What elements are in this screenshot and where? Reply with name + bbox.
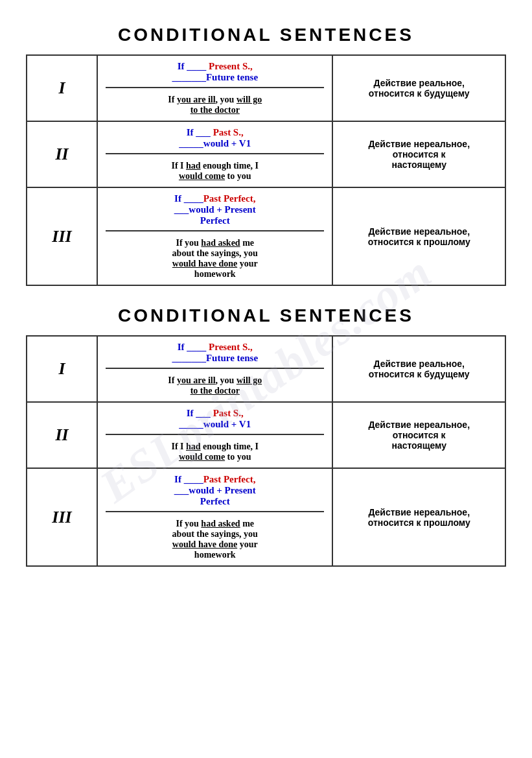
formula-top-3: If ____Past Perfect, ___would + PresentP… — [106, 193, 324, 231]
russian-6: Действие нереальное,относится к прошлому — [332, 468, 505, 566]
formula-result-2: _____would + V1 — [179, 138, 251, 148]
formula-result-6: ___would + PresentPerfect — [174, 485, 256, 506]
formula-if-5: If ___ — [187, 408, 211, 418]
formula-cell-1: If ____ Present S., _______Future tense … — [97, 55, 332, 121]
formula-example-6: If you had asked meabout the sayings, yo… — [106, 516, 324, 560]
table-2: I If ____ Present S., _______Future tens… — [26, 335, 506, 567]
formula-example-5: If I had enough time, Iwould come to you — [106, 439, 324, 462]
formula-example-1: If you are ill, you will goto the doctor — [106, 92, 324, 115]
formula-result-3: ___would + PresentPerfect — [174, 204, 256, 226]
formula-example-3: If you had asked meabout the sayings, yo… — [106, 235, 324, 279]
roman-numeral-3: III — [27, 187, 97, 285]
formula-tense-1: Present S., — [209, 61, 253, 71]
roman-numeral-6: III — [27, 468, 97, 566]
section-title-2: CONDITIONAL SENTENCES — [26, 305, 506, 326]
formula-result-5: _____would + V1 — [179, 419, 251, 429]
table-row: I If ____ Present S., _______Future tens… — [27, 55, 505, 121]
russian-4: Действие реальное,относится к будущему — [332, 336, 505, 402]
table-row: III If ____Past Perfect, ___would + Pres… — [27, 187, 505, 285]
formula-result-1: _______Future tense — [172, 72, 258, 82]
roman-numeral-2: II — [27, 121, 97, 187]
formula-cell-6: If ____Past Perfect, ___would + PresentP… — [97, 468, 332, 566]
russian-3: Действие нереальное,относится к прошлому — [332, 187, 505, 285]
formula-tense-4: Present S., — [209, 342, 253, 352]
formula-top-2: If ___ Past S., _____would + V1 — [106, 127, 324, 154]
table-row: I If ____ Present S., _______Future tens… — [27, 336, 505, 402]
table-1: I If ____ Present S., _______Future tens… — [26, 54, 506, 286]
russian-2: Действие нереальное,относится кнастоящем… — [332, 121, 505, 187]
formula-example-2: If I had enough time, Iwould come to you — [106, 158, 324, 182]
roman-numeral-5: II — [27, 402, 97, 468]
formula-if-4: If ____ — [178, 342, 207, 352]
table-row: III If ____Past Perfect, ___would + Pres… — [27, 468, 505, 566]
formula-if-2: If ___ — [187, 127, 211, 137]
formula-result-4: _______Future tense — [172, 353, 258, 363]
russian-1: Действие реальное,относится к будущему — [332, 55, 505, 121]
table-row: II If ___ Past S., _____would + V1 If I … — [27, 121, 505, 187]
roman-numeral-4: I — [27, 336, 97, 402]
table-row: II If ___ Past S., _____would + V1 If I … — [27, 402, 505, 468]
formula-example-4: If you are ill, you will goto the doctor — [106, 373, 324, 396]
formula-cell-3: If ____Past Perfect, ___would + PresentP… — [97, 187, 332, 285]
formula-top-4: If ____ Present S., _______Future tense — [106, 342, 324, 369]
formula-cell-5: If ___ Past S., _____would + V1 If I had… — [97, 402, 332, 468]
formula-tense-5: Past S., — [213, 408, 244, 418]
formula-tense-2: Past S., — [213, 127, 244, 137]
formula-tense-6: Past Perfect, — [203, 474, 256, 484]
formula-tense-3: Past Perfect, — [203, 193, 256, 204]
formula-top-6: If ____Past Perfect, ___would + PresentP… — [106, 474, 324, 512]
section-1: CONDITIONAL SENTENCES I If ____ Present … — [26, 25, 506, 286]
formula-cell-4: If ____ Present S., _______Future tense … — [97, 336, 332, 402]
formula-if-1: If ____ — [178, 61, 207, 71]
roman-numeral-1: I — [27, 55, 97, 121]
formula-cell-2: If ___ Past S., _____would + V1 If I had… — [97, 121, 332, 187]
russian-5: Действие нереальное,относится кнастоящем… — [332, 402, 505, 468]
formula-top-5: If ___ Past S., _____would + V1 — [106, 408, 324, 435]
formula-if-6: If ____ — [174, 474, 203, 484]
section-2: CONDITIONAL SENTENCES I If ____ Present … — [26, 305, 506, 567]
formula-top-1: If ____ Present S., _______Future tense — [106, 61, 324, 88]
section-title-1: CONDITIONAL SENTENCES — [26, 25, 506, 45]
formula-if-3: If ____ — [174, 193, 203, 204]
